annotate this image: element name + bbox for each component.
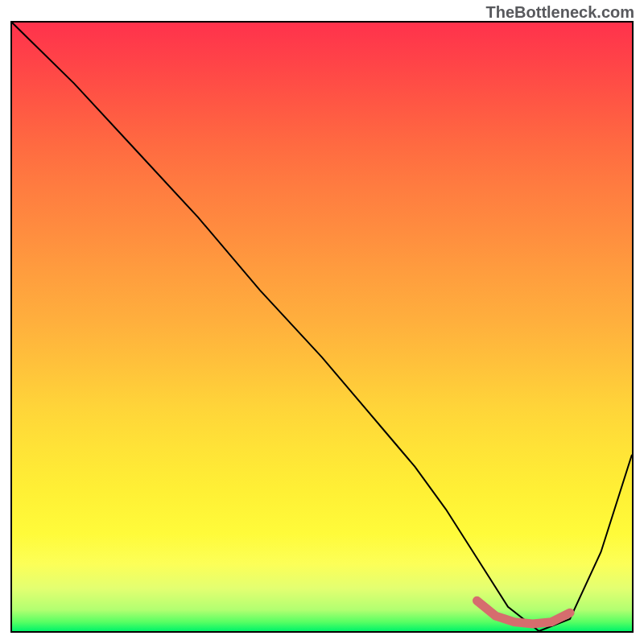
highlight-curve-path — [477, 601, 571, 624]
chart-svg — [12, 23, 632, 631]
chart-area — [10, 21, 634, 633]
watermark-text: TheBottleneck.com — [486, 3, 634, 22]
main-curve-path — [12, 23, 632, 631]
